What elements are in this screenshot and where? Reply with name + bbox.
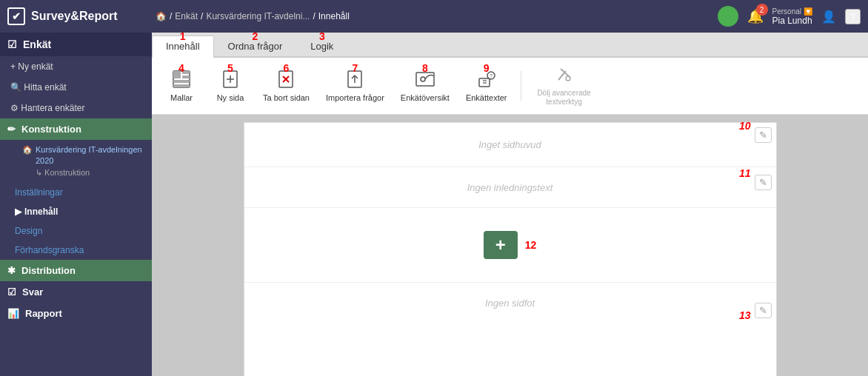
- toolbar-separator: [521, 71, 521, 101]
- no-footer-text: Ingen sidfot: [485, 298, 535, 309]
- help-button[interactable]: ?: [845, 9, 861, 24]
- svg-text:?: ?: [490, 73, 493, 78]
- hitta-enkat-label: Hitta enkät: [24, 82, 66, 93]
- sidebar-section-enkat[interactable]: ☑ Enkät: [0, 33, 152, 56]
- ta-bort-sidan-button[interactable]: 6 Ta bort sidan: [257, 67, 316, 105]
- sidebar: ☑ Enkät + Ny enkät 🔍 Hitta enkät ⚙ Hante…: [0, 33, 152, 376]
- svg-rect-3: [182, 75, 190, 78]
- number-11: 11: [739, 167, 751, 179]
- enkáttexter-button[interactable]: 9 ? Enkättexter: [460, 67, 513, 105]
- enkáttexter-label: Enkättexter: [466, 93, 507, 102]
- number-13: 13: [739, 309, 751, 321]
- main-content: 1 Innehåll 2 Ordna frågor 3 Logik 4: [152, 33, 868, 376]
- tab-logik[interactable]: 3 Logik: [296, 36, 347, 56]
- search-icon: 🔍: [10, 82, 24, 93]
- number-10: 10: [739, 120, 751, 132]
- enkatatversikt-label: Enkätöversikt: [401, 93, 450, 102]
- hantera-enkat-label: Hantera enkäter: [21, 103, 84, 113]
- sidebar-item-forhandsgranska[interactable]: Förhandsgranska: [0, 241, 152, 260]
- tab-number-3: 3: [319, 33, 325, 42]
- number-12: 12: [525, 239, 537, 251]
- tab-ordna-fragor[interactable]: 2 Ordna frågor: [214, 36, 297, 56]
- edit-header-button[interactable]: ✎: [755, 127, 772, 143]
- rapport-label: Rapport: [25, 308, 62, 319]
- tools-icon: [555, 65, 574, 87]
- svar-label: Svar: [22, 286, 43, 298]
- edit-icon-13: ✎: [759, 305, 767, 316]
- page-header-section: Inget sidhuvud ✎ 10: [244, 123, 776, 167]
- header-right: 🔔 2 Personal 🔽 Pia Lundh 👤 ?: [718, 6, 861, 27]
- sidebar-item-installningar[interactable]: Inställningar: [0, 183, 152, 202]
- tab-innehall[interactable]: 1 Innehåll: [152, 36, 214, 58]
- sidebar-item-distribution[interactable]: ✱ Distribution: [0, 260, 152, 281]
- tab-label-innehall: Innehåll: [166, 41, 200, 52]
- sidebar-item-hantera-enkat[interactable]: ⚙ Hantera enkäter: [0, 98, 152, 118]
- sidebar-item-svar[interactable]: ☑ Svar: [0, 281, 152, 303]
- sidebar-item-innehall[interactable]: ▶ Innehåll: [0, 202, 152, 221]
- innehall-label: Innehåll: [24, 207, 58, 217]
- mallar-button[interactable]: 4 Mallar: [159, 67, 204, 105]
- pencil-icon: ✏: [7, 124, 16, 135]
- page-questions-section: + 12: [244, 208, 776, 282]
- no-header-text: Inget sidhuvud: [478, 139, 541, 150]
- importera-fragor-button[interactable]: 7 Importera frågor: [320, 67, 390, 105]
- avatar: [718, 6, 738, 27]
- dolj-avancerade-button[interactable]: Dölj avancerade textverktyg: [529, 62, 600, 110]
- tab-number-1: 1: [180, 33, 186, 42]
- svg-rect-5: [173, 84, 190, 87]
- ny-sida-label: Ny sida: [217, 93, 244, 102]
- toolbar: 4 Mallar 5: [152, 58, 868, 115]
- user-name: Pia Lundh: [772, 16, 812, 26]
- survey-name: Kursvärdering IT-avdelningen 2020: [36, 144, 144, 167]
- svg-point-15: [421, 77, 425, 81]
- rapport-icon: 📊: [7, 308, 19, 319]
- ny-enkat-label: Ny enkät: [18, 61, 53, 72]
- survey-page: Inget sidhuvud ✎ 10 Ingen inledningstext…: [244, 122, 777, 376]
- sidebar-survey-info[interactable]: 🏠 Kursvärdering IT-avdelningen 2020 ↳ Ko…: [0, 140, 152, 183]
- ta-bort-label: Ta bort sidan: [263, 93, 310, 102]
- enkatatversikt-button[interactable]: 8 Enkätöversikt: [395, 67, 455, 105]
- sidebar-item-rapport[interactable]: 📊 Rapport: [0, 303, 152, 324]
- svg-point-21: [566, 76, 570, 81]
- sidebar-section-konstruktion[interactable]: ✏ Konstruktion: [0, 118, 152, 140]
- home-icon: 🏠: [22, 144, 33, 155]
- enkat-icon: ☑: [7, 38, 17, 50]
- logo-check-icon: ✔: [7, 7, 25, 25]
- mallar-label: Mallar: [170, 93, 193, 102]
- breadcrumb-home-icon: 🏠: [156, 11, 167, 21]
- edit-footer-button[interactable]: ✎: [755, 303, 772, 318]
- bell-icon[interactable]: 🔔 2: [747, 8, 764, 24]
- distribution-icon: ✱: [7, 265, 16, 276]
- ny-sida-button[interactable]: 5 Ny sida: [208, 67, 253, 105]
- settings-icon: ⚙: [10, 103, 21, 113]
- layout: ☑ Enkät + Ny enkät 🔍 Hitta enkät ⚙ Hante…: [0, 33, 868, 376]
- add-question-button[interactable]: +: [484, 231, 518, 259]
- sidebar-item-design[interactable]: Design: [0, 221, 152, 241]
- edit-icon-11: ✎: [759, 177, 767, 188]
- notification-badge: 2: [756, 4, 768, 16]
- konstruktion-label: Konstruktion: [21, 124, 81, 135]
- edit-icon-10: ✎: [759, 130, 767, 141]
- distribution-label: Distribution: [21, 265, 76, 276]
- edit-intro-button[interactable]: ✎: [755, 175, 772, 190]
- user-settings-icon[interactable]: 👤: [821, 10, 836, 24]
- page-footer-section: Ingen sidfot ✎ 13: [244, 282, 776, 323]
- tabs: 1 Innehåll 2 Ordna frågor 3 Logik: [152, 33, 868, 58]
- sidebar-item-hitta-enkat[interactable]: 🔍 Hitta enkät: [0, 77, 152, 98]
- sidebar-item-ny-enkat[interactable]: + Ny enkät: [0, 56, 152, 77]
- installningar-label: Inställningar: [15, 187, 63, 198]
- enkat-label: Enkät: [23, 38, 51, 50]
- breadcrumb: 🏠 / Enkät / Kursvärdering IT-avdelni... …: [156, 11, 718, 21]
- logo-text: Survey&Report: [31, 10, 117, 23]
- header: ✔ Survey&Report 🏠 / Enkät / Kursvärderin…: [0, 0, 868, 33]
- page-canvas: Inget sidhuvud ✎ 10 Ingen inledningstext…: [152, 115, 868, 376]
- tab-number-2: 2: [252, 33, 258, 42]
- tab-label-ordna: Ordna frågor: [228, 41, 283, 52]
- design-label: Design: [15, 226, 42, 236]
- no-intro-text: Ingen inledningstext: [467, 182, 553, 193]
- user-info: Personal 🔽 Pia Lundh: [772, 7, 812, 26]
- plus-icon: +: [495, 235, 506, 255]
- importera-label: Importera frågor: [326, 93, 384, 102]
- svar-icon: ☑: [7, 286, 16, 298]
- page-intro-section: Ingen inledningstext ✎ 11: [244, 167, 776, 208]
